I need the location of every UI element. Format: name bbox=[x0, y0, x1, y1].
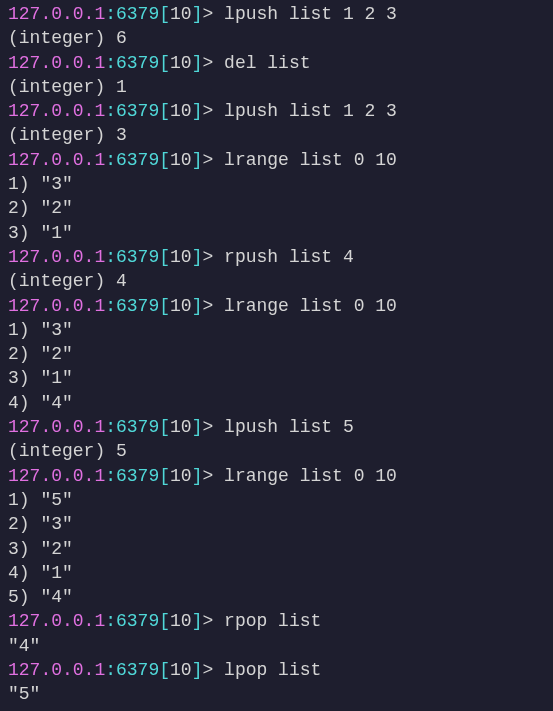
output-text: (integer) 4 bbox=[8, 271, 127, 291]
output-text: (integer) 5 bbox=[8, 441, 127, 461]
prompt-db-number: 10 bbox=[170, 4, 192, 24]
terminal-line: 127.0.0.1:6379[10]> del list bbox=[8, 51, 545, 75]
terminal-line: (integer) 6 bbox=[8, 26, 545, 50]
terminal-line: 127.0.0.1:6379[10]> rpush list 4 bbox=[8, 245, 545, 269]
prompt-host: 127.0.0.1 bbox=[8, 150, 105, 170]
prompt-db-number: 10 bbox=[170, 101, 192, 121]
output-text: 1) "3" bbox=[8, 320, 73, 340]
prompt-close-bracket: ] bbox=[192, 247, 203, 267]
prompt-open-bracket: [ bbox=[159, 247, 170, 267]
prompt-arrow: > bbox=[202, 4, 224, 24]
output-text: 3) "1" bbox=[8, 368, 73, 388]
prompt-open-bracket: [ bbox=[159, 611, 170, 631]
output-text: (integer) 6 bbox=[8, 28, 127, 48]
output-text: 3) "1" bbox=[8, 223, 73, 243]
prompt-arrow: > bbox=[202, 660, 224, 680]
terminal-line: 127.0.0.1:6379[10]> lpush list 5 bbox=[8, 415, 545, 439]
prompt-close-bracket: ] bbox=[192, 296, 203, 316]
command-text: lpop list bbox=[224, 660, 321, 680]
output-text: 2) "3" bbox=[8, 514, 73, 534]
prompt-arrow: > bbox=[202, 296, 224, 316]
prompt-host: 127.0.0.1 bbox=[8, 417, 105, 437]
prompt-db-number: 10 bbox=[170, 150, 192, 170]
prompt-port: :6379 bbox=[105, 611, 159, 631]
output-text: 3) "2" bbox=[8, 539, 73, 559]
prompt-db-number: 10 bbox=[170, 417, 192, 437]
prompt-close-bracket: ] bbox=[192, 53, 203, 73]
output-text: 5) "4" bbox=[8, 587, 73, 607]
prompt-close-bracket: ] bbox=[192, 417, 203, 437]
prompt-port: :6379 bbox=[105, 247, 159, 267]
prompt-port: :6379 bbox=[105, 53, 159, 73]
terminal-line: 127.0.0.1:6379[10]> lpush list 1 2 3 bbox=[8, 2, 545, 26]
command-text: lrange list 0 10 bbox=[224, 150, 397, 170]
prompt-db-number: 10 bbox=[170, 53, 192, 73]
prompt-db-number: 10 bbox=[170, 611, 192, 631]
prompt-open-bracket: [ bbox=[159, 53, 170, 73]
terminal-line: 4) "4" bbox=[8, 391, 545, 415]
prompt-host: 127.0.0.1 bbox=[8, 466, 105, 486]
prompt-host: 127.0.0.1 bbox=[8, 247, 105, 267]
terminal-line: 4) "1" bbox=[8, 561, 545, 585]
output-text: 2) "2" bbox=[8, 198, 73, 218]
prompt-open-bracket: [ bbox=[159, 296, 170, 316]
terminal-line: 1) "5" bbox=[8, 488, 545, 512]
prompt-close-bracket: ] bbox=[192, 660, 203, 680]
command-text: lrange list 0 10 bbox=[224, 466, 397, 486]
command-text: del list bbox=[224, 53, 310, 73]
terminal-line: 127.0.0.1:6379[10]> lrange list 0 10 bbox=[8, 148, 545, 172]
prompt-arrow: > bbox=[202, 466, 224, 486]
terminal-line: 2) "2" bbox=[8, 196, 545, 220]
output-text: "5" bbox=[8, 684, 40, 704]
terminal-line: (integer) 4 bbox=[8, 269, 545, 293]
command-text: lpush list 1 2 3 bbox=[224, 4, 397, 24]
output-text: (integer) 3 bbox=[8, 125, 127, 145]
prompt-open-bracket: [ bbox=[159, 466, 170, 486]
prompt-open-bracket: [ bbox=[159, 150, 170, 170]
prompt-port: :6379 bbox=[105, 150, 159, 170]
terminal-output[interactable]: 127.0.0.1:6379[10]> lpush list 1 2 3(int… bbox=[8, 2, 545, 711]
prompt-arrow: > bbox=[202, 101, 224, 121]
terminal-line: 127.0.0.1:6379[10]> bbox=[8, 707, 545, 711]
terminal-line: 3) "1" bbox=[8, 221, 545, 245]
output-text: 4) "4" bbox=[8, 393, 73, 413]
prompt-db-number: 10 bbox=[170, 660, 192, 680]
terminal-line: 1) "3" bbox=[8, 318, 545, 342]
command-text: lpush list 5 bbox=[224, 417, 354, 437]
prompt-open-bracket: [ bbox=[159, 417, 170, 437]
prompt-port: :6379 bbox=[105, 466, 159, 486]
prompt-host: 127.0.0.1 bbox=[8, 4, 105, 24]
prompt-close-bracket: ] bbox=[192, 4, 203, 24]
prompt-db-number: 10 bbox=[170, 296, 192, 316]
command-text: rpop list bbox=[224, 611, 321, 631]
terminal-line: 127.0.0.1:6379[10]> lrange list 0 10 bbox=[8, 464, 545, 488]
terminal-line: (integer) 5 bbox=[8, 439, 545, 463]
output-text: 1) "3" bbox=[8, 174, 73, 194]
prompt-arrow: > bbox=[202, 53, 224, 73]
prompt-close-bracket: ] bbox=[192, 611, 203, 631]
command-text: rpush list 4 bbox=[224, 247, 354, 267]
prompt-host: 127.0.0.1 bbox=[8, 101, 105, 121]
terminal-line: 127.0.0.1:6379[10]> lpush list 1 2 3 bbox=[8, 99, 545, 123]
terminal-line: (integer) 3 bbox=[8, 123, 545, 147]
prompt-port: :6379 bbox=[105, 101, 159, 121]
prompt-open-bracket: [ bbox=[159, 4, 170, 24]
terminal-line: 3) "2" bbox=[8, 537, 545, 561]
prompt-arrow: > bbox=[202, 417, 224, 437]
prompt-host: 127.0.0.1 bbox=[8, 296, 105, 316]
terminal-line: 2) "3" bbox=[8, 512, 545, 536]
prompt-port: :6379 bbox=[105, 660, 159, 680]
prompt-port: :6379 bbox=[105, 296, 159, 316]
terminal-line: 2) "2" bbox=[8, 342, 545, 366]
output-text: "4" bbox=[8, 636, 40, 656]
terminal-line: "5" bbox=[8, 682, 545, 706]
output-text: (integer) 1 bbox=[8, 77, 127, 97]
prompt-host: 127.0.0.1 bbox=[8, 53, 105, 73]
output-text: 4) "1" bbox=[8, 563, 73, 583]
prompt-close-bracket: ] bbox=[192, 466, 203, 486]
terminal-line: 127.0.0.1:6379[10]> rpop list bbox=[8, 609, 545, 633]
terminal-line: 3) "1" bbox=[8, 366, 545, 390]
prompt-arrow: > bbox=[202, 150, 224, 170]
prompt-open-bracket: [ bbox=[159, 660, 170, 680]
prompt-host: 127.0.0.1 bbox=[8, 660, 105, 680]
